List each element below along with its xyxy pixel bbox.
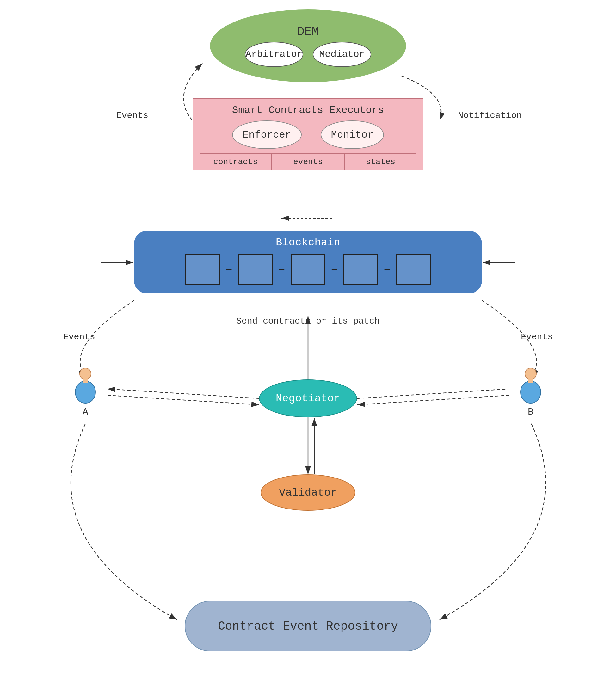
connector-3: —	[332, 265, 337, 274]
person-a-icon	[70, 367, 101, 405]
validator-ellipse: Validator	[261, 474, 355, 511]
sce-cell-states: states	[345, 154, 417, 170]
svg-point-7	[521, 381, 541, 403]
svg-rect-8	[528, 378, 533, 383]
blockchain-title: Blockchain	[144, 236, 472, 249]
monitor-ellipse: Monitor	[321, 120, 384, 149]
dem-inner: Arbitrator Mediator	[245, 42, 371, 67]
enforcer-ellipse: Enforcer	[232, 120, 302, 149]
svg-point-3	[80, 368, 91, 379]
person-a: A	[70, 367, 101, 417]
diagram: DEM Arbitrator Mediator Events Notificat…	[0, 0, 616, 678]
events-label-left: Events	[116, 111, 148, 120]
events-label-bottom-right: Events	[521, 332, 553, 342]
blockchain-blocks: — — — —	[144, 254, 472, 285]
blockchain-block-1	[185, 254, 220, 285]
sce-middle: Enforcer Monitor	[199, 120, 417, 149]
svg-rect-5	[83, 378, 88, 383]
blockchain-block-2	[238, 254, 273, 285]
connector-2: —	[279, 265, 284, 274]
blockchain-block-4	[343, 254, 378, 285]
person-b-label: B	[528, 407, 534, 417]
cer-box: Contract Event Repository	[185, 601, 431, 651]
sce-box: Smart Contracts Executors Enforcer Monit…	[193, 98, 423, 171]
blockchain-block-5	[396, 254, 431, 285]
person-a-label: A	[82, 407, 88, 417]
connector-1: —	[226, 265, 231, 274]
blockchain-block-3	[291, 254, 325, 285]
svg-point-6	[525, 368, 536, 379]
sce-cell-events: events	[272, 154, 344, 170]
person-b: B	[515, 367, 546, 417]
connector-4: —	[385, 265, 390, 274]
svg-point-4	[75, 381, 95, 403]
events-label-bottom-left: Events	[63, 332, 95, 342]
notification-label-right: Notification	[458, 111, 522, 120]
mediator-ellipse: Mediator	[313, 42, 371, 67]
person-b-icon	[515, 367, 546, 405]
sce-bottom: contracts events states	[199, 153, 417, 170]
blockchain-box: Blockchain — — — —	[134, 231, 482, 294]
arbitrator-ellipse: Arbitrator	[245, 42, 303, 67]
sce-title: Smart Contracts Executors	[199, 104, 417, 116]
sce-cell-contracts: contracts	[199, 154, 272, 170]
dem-label: DEM	[297, 25, 319, 39]
negotiator-ellipse: Negotiator	[259, 379, 357, 417]
dem-ellipse: DEM Arbitrator Mediator	[210, 9, 406, 82]
send-contracts-label: Send contracts or its patch	[236, 316, 380, 326]
